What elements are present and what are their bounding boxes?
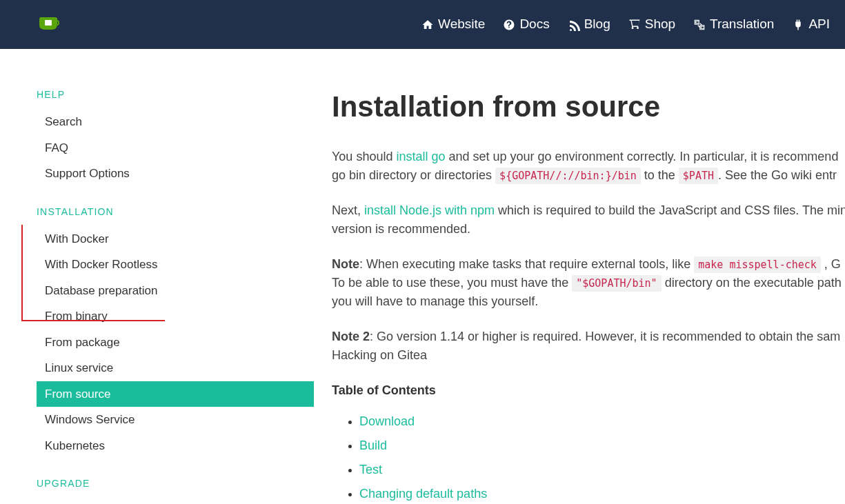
main-content: Installation from source You should inst… (314, 49, 845, 504)
paragraph-3: Note: When executing make tasks that req… (332, 255, 845, 311)
sidebar-item-gogs[interactable]: From Gogs (37, 498, 314, 504)
sidebar-item-faq[interactable]: FAQ (37, 135, 314, 161)
cart-icon (628, 19, 641, 31)
nav-shop[interactable]: Shop (628, 14, 675, 34)
paragraph-2: Next, install Node.js with npm which is … (332, 201, 845, 239)
sidebar-item-support[interactable]: Support Options (37, 161, 314, 187)
code-gopath-bin: ${GOPATH//://bin:}/bin (495, 168, 641, 184)
nav-label: Translation (710, 14, 774, 34)
toc-paths[interactable]: Changing default paths (359, 487, 487, 501)
sidebar-item-package[interactable]: From package (37, 330, 314, 356)
top-nav: Website Docs Blog Shop Translation API (0, 0, 845, 49)
sidebar-item-database[interactable]: Database preparation (37, 278, 314, 304)
nav-links: Website Docs Blog Shop Translation API (421, 14, 830, 34)
toc-test[interactable]: Test (359, 463, 382, 476)
section-installation: INSTALLATION (37, 205, 314, 219)
toc-download[interactable]: Download (359, 414, 415, 428)
link-install-go[interactable]: install go (396, 150, 445, 163)
sidebar-item-kubernetes[interactable]: Kubernetes (37, 433, 314, 459)
link-install-node[interactable]: install Node.js with npm (364, 203, 495, 217)
nav-docs[interactable]: Docs (503, 14, 549, 34)
nav-label: Blog (584, 14, 610, 34)
nav-translation[interactable]: Translation (693, 14, 774, 34)
nav-label: API (808, 14, 830, 34)
toc-list: Download Build Test Changing default pat… (332, 412, 845, 504)
nav-website[interactable]: Website (421, 14, 485, 34)
svg-rect-0 (45, 20, 52, 26)
nav-label: Shop (645, 14, 675, 34)
sidebar-item-search[interactable]: Search (37, 109, 314, 135)
sidebar-item-source[interactable]: From source (37, 381, 314, 407)
nav-blog[interactable]: Blog (568, 14, 610, 34)
code-path: $PATH (679, 168, 718, 184)
nav-label: Website (438, 14, 485, 34)
toc-title: Table of Contents (332, 381, 845, 400)
toc-build[interactable]: Build (359, 439, 387, 452)
sidebar-item-linux[interactable]: Linux service (37, 355, 314, 381)
sidebar-item-docker[interactable]: With Docker (37, 226, 314, 252)
question-icon (503, 19, 515, 31)
translate-icon (693, 19, 706, 31)
page-title: Installation from source (332, 85, 845, 128)
sidebar: HELP Search FAQ Support Options INSTALLA… (0, 49, 314, 504)
section-upgrade: UPGRADE (37, 476, 314, 491)
sidebar-item-binary[interactable]: From binary (37, 303, 314, 330)
code-misspell: make misspell-check (694, 256, 821, 273)
home-icon (421, 19, 434, 31)
section-help: HELP (37, 88, 314, 102)
nav-api[interactable]: API (792, 14, 830, 34)
logo[interactable] (38, 13, 60, 36)
nav-label: Docs (519, 14, 549, 34)
rss-icon (568, 19, 580, 31)
paragraph-4: Note 2: Go version 1.14 or higher is req… (332, 327, 845, 365)
paragraph-1: You should install go and set up your go… (332, 148, 845, 185)
plug-icon (792, 19, 804, 31)
code-gopath: "$GOPATH/bin" (572, 275, 661, 292)
sidebar-item-docker-rootless[interactable]: With Docker Rootless (37, 252, 314, 278)
sidebar-item-windows[interactable]: Windows Service (37, 407, 314, 433)
